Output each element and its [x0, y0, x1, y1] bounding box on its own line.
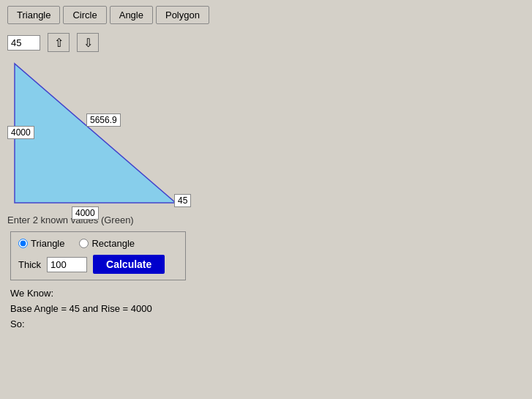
angle-up-button[interactable]: ⇧: [48, 33, 70, 52]
tab-circle[interactable]: Circle: [63, 6, 106, 24]
result-line1: We Know:: [10, 286, 525, 302]
tab-polygon[interactable]: Polygon: [156, 6, 209, 24]
triangle-radio-label: Triangle: [31, 238, 64, 249]
angle-corner-label[interactable]: 45: [174, 194, 191, 207]
triangle-canvas: 4000 5656.9 45 4000: [7, 56, 220, 210]
angle-down-button[interactable]: ⇩: [77, 33, 99, 52]
bottom-panel: Triangle Rectangle Thick Calculate: [10, 231, 186, 280]
triangle-radio[interactable]: [18, 239, 28, 248]
rise-label[interactable]: 4000: [7, 126, 34, 139]
thick-row: Thick Calculate: [18, 255, 178, 274]
input-row: ⇧ ⇩: [7, 33, 525, 52]
angle-input[interactable]: [7, 35, 40, 51]
tab-angle[interactable]: Angle: [110, 6, 153, 24]
hypotenuse-label[interactable]: 5656.9: [86, 113, 121, 127]
base-label[interactable]: 4000: [72, 206, 99, 220]
thick-label: Thick: [18, 259, 41, 270]
svg-marker-0: [15, 64, 176, 203]
main-area: ⇧ ⇩ 4000 5656.9 45 4000 Enter 2 known va…: [0, 30, 532, 335]
toolbar: Triangle Circle Angle Polygon: [0, 0, 532, 30]
thick-input[interactable]: [47, 257, 87, 272]
tab-triangle[interactable]: Triangle: [7, 6, 60, 24]
calculate-button[interactable]: Calculate: [93, 255, 165, 274]
result-line3: So:: [10, 317, 525, 332]
triangle-svg: [7, 56, 220, 210]
result-area: We Know: Base Angle = 45 and Rise = 4000…: [10, 286, 525, 332]
shape-selector-row: Triangle Rectangle: [18, 238, 178, 249]
rectangle-radio-group: Rectangle: [79, 238, 135, 249]
rectangle-radio-label: Rectangle: [91, 238, 135, 249]
triangle-radio-group: Triangle: [18, 238, 64, 249]
rectangle-radio[interactable]: [79, 239, 89, 248]
result-line2: Base Angle = 45 and Rise = 4000: [10, 302, 525, 317]
